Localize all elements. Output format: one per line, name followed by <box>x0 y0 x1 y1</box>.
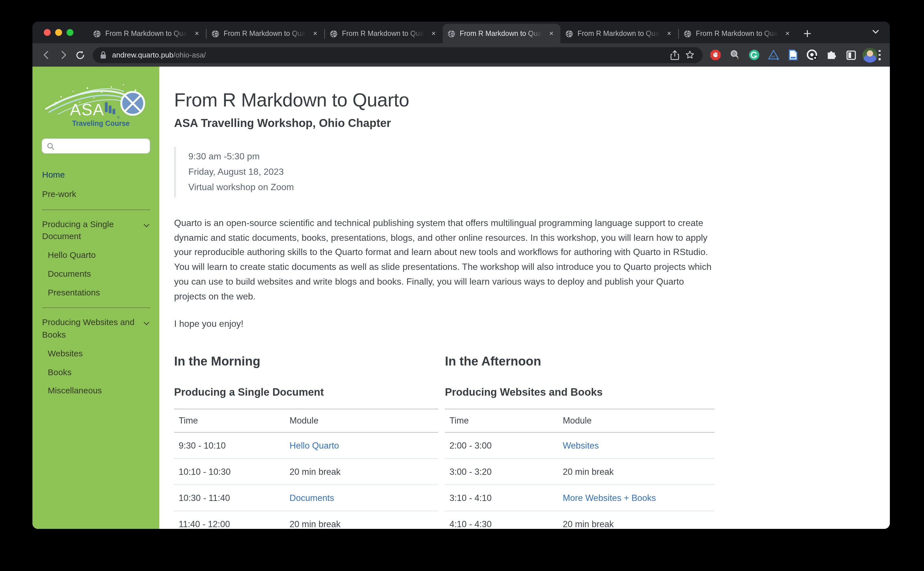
forward-icon <box>58 49 69 60</box>
browser-tab[interactable]: From R Markdown to Quar× <box>561 24 678 43</box>
sidebar-item-presentations[interactable]: Presentations <box>48 286 150 299</box>
new-tab-button[interactable] <box>800 26 815 41</box>
zoom-window-button[interactable] <box>66 29 73 36</box>
bookmark-star-icon <box>685 50 695 60</box>
back-button[interactable] <box>38 47 54 63</box>
browser-tab[interactable]: From R Markdown to Quar× <box>88 24 206 43</box>
extensions-button[interactable] <box>825 49 838 61</box>
event-time: 9:30 am -5:30 pm <box>188 149 715 165</box>
close-window-button[interactable] <box>44 29 51 36</box>
page-subtitle: ASA Travelling Workshop, Ohio Chapter <box>174 117 715 130</box>
schedule-row: 11:40 - 12:0020 min break <box>174 511 438 529</box>
module-link[interactable]: More Websites + Books <box>563 493 656 502</box>
sidebar-item-miscellaneous[interactable]: Miscellaneous <box>48 384 150 397</box>
sidebar-item-websites[interactable]: Websites <box>48 347 150 360</box>
schedule-row: 2:00 - 3:00Websites <box>445 432 715 458</box>
tab-title: From R Markdown to Quar <box>223 29 308 37</box>
tab-title: From R Markdown to Quar <box>342 29 427 37</box>
time-cell: 10:30 - 11:40 <box>174 485 285 511</box>
browser-tab[interactable]: From R Markdown to Quar× <box>679 24 796 43</box>
menu-kebab-icon <box>878 50 881 52</box>
module-link[interactable]: Documents <box>290 493 334 502</box>
module-cell: 20 min break <box>558 458 715 485</box>
browser-tab[interactable]: From R Markdown to Quar× <box>443 24 561 43</box>
extensions-row: ax <box>710 49 857 61</box>
morning-section: In the Morning Producing a Single Docume… <box>174 349 438 529</box>
schedule-columns: In the Morning Producing a Single Docume… <box>174 349 715 529</box>
globe-favicon-icon <box>683 29 692 38</box>
tab-title: From R Markdown to Quar <box>578 29 662 37</box>
search-input[interactable] <box>58 141 145 151</box>
grammarly-extension-button[interactable] <box>748 49 760 61</box>
svg-text:ASA: ASA <box>70 100 104 119</box>
tab-search-button[interactable] <box>872 28 879 38</box>
chevron-down-icon <box>143 320 150 328</box>
afternoon-schedule-table: Time Module 2:00 - 3:00Websites3:00 - 3:… <box>445 409 715 529</box>
sidebar-item-documents[interactable]: Documents <box>48 268 150 280</box>
time-cell: 10:10 - 10:30 <box>174 458 285 485</box>
search-bird-icon <box>729 49 741 61</box>
close-tab-icon[interactable]: × <box>783 29 792 38</box>
schedule-row: 10:30 - 11:40Documents <box>174 485 438 511</box>
bookmark-button[interactable] <box>682 48 697 62</box>
sidebar-item-producing-websites-and-books[interactable]: Producing Websites and Books <box>42 316 150 341</box>
minimize-window-button[interactable] <box>55 29 62 36</box>
morning-heading: In the Morning <box>174 354 438 369</box>
schedule-row: 3:10 - 4:10More Websites + Books <box>445 485 715 511</box>
column-header-time: Time <box>445 409 558 432</box>
axe-devtools-extension-button[interactable]: ax <box>767 49 779 61</box>
axe-icon: ax <box>767 49 779 61</box>
tab-title: From R Markdown to Quar <box>105 29 190 37</box>
close-tab-icon[interactable]: × <box>429 29 438 38</box>
url-path: /ohio-asa/ <box>173 51 206 59</box>
padlock-icon <box>100 51 107 59</box>
schedule-row: 3:00 - 3:2020 min break <box>445 458 715 485</box>
page-content: ASA ® Traveling Course <box>32 66 890 529</box>
sidebar-item-books[interactable]: Books <box>48 366 150 378</box>
sidebar-item-home[interactable]: Home <box>42 168 150 181</box>
share-icon <box>670 50 679 60</box>
address-bar[interactable]: andrew.quarto.pub/ohio-asa/ <box>93 47 703 63</box>
forward-button[interactable] <box>55 47 71 63</box>
reload-button[interactable] <box>72 47 88 63</box>
globe-favicon-icon <box>93 29 101 38</box>
morning-subheading: Producing a Single Document <box>174 386 438 398</box>
password-manager-extension-button[interactable] <box>806 49 818 61</box>
column-header-module: Module <box>558 409 715 432</box>
schedule-row: 10:10 - 10:3020 min break <box>174 458 438 485</box>
sidebar-search[interactable] <box>42 138 150 154</box>
close-tab-icon[interactable]: × <box>311 29 320 38</box>
tab-title: From R Markdown to Quar <box>696 29 781 37</box>
sidebar-item-hello-quarto[interactable]: Hello Quarto <box>48 249 150 261</box>
module-link[interactable]: Hello Quarto <box>290 440 339 450</box>
adblock-extension-button[interactable] <box>710 49 721 61</box>
event-details: 9:30 am -5:30 pm Friday, August 18, 2023… <box>174 147 715 197</box>
module-cell: 20 min break <box>285 458 438 485</box>
document-extension-button[interactable] <box>787 49 799 61</box>
page-title: From R Markdown to Quarto <box>174 90 715 111</box>
browser-tab[interactable]: From R Markdown to Quar× <box>325 24 443 43</box>
svg-text:ax: ax <box>771 54 775 59</box>
tab-search-chevron-icon <box>872 28 879 36</box>
sidebar-item-producing-a-single-document[interactable]: Producing a Single Document <box>42 218 150 242</box>
password-lock-icon <box>806 49 818 61</box>
tabs-container: From R Markdown to Quar× From R Markdown… <box>88 24 796 43</box>
close-tab-icon[interactable]: × <box>192 29 202 38</box>
profile-avatar[interactable] <box>862 48 877 62</box>
module-link[interactable]: Websites <box>563 440 599 450</box>
sidebar-divider <box>42 308 150 308</box>
back-icon <box>41 49 51 60</box>
url-domain: andrew.quarto.pub <box>112 51 173 59</box>
browser-menu-button[interactable] <box>878 50 881 60</box>
sidebar-item-pre-work[interactable]: Pre-work <box>42 188 150 201</box>
close-tab-icon[interactable]: × <box>665 29 674 38</box>
close-tab-icon[interactable]: × <box>547 29 556 38</box>
module-cell: Documents <box>285 485 438 511</box>
search-tool-extension-button[interactable] <box>729 49 741 61</box>
side-panel-button[interactable] <box>845 49 857 61</box>
browser-tab[interactable]: From R Markdown to Quar× <box>206 24 324 43</box>
grammarly-icon <box>748 49 760 61</box>
share-button[interactable] <box>667 48 682 62</box>
globe-favicon-icon <box>565 29 573 38</box>
globe-favicon-icon <box>211 29 220 38</box>
